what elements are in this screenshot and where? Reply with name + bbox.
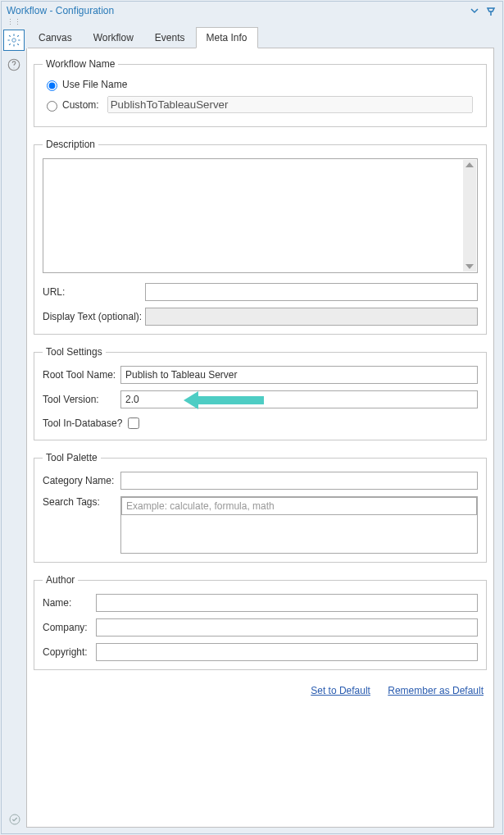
input-search-tags[interactable] — [121, 497, 477, 515]
tab-metainfo[interactable]: Meta Info — [196, 27, 258, 48]
side-toolbar — [2, 26, 26, 79]
legend-workflow-name: Workflow Name — [43, 58, 118, 70]
label-use-file-name: Use File Name — [62, 79, 127, 90]
input-company[interactable] — [96, 618, 478, 637]
input-url[interactable] — [145, 283, 478, 301]
input-custom-name — [107, 96, 473, 113]
status-check-icon — [8, 813, 21, 828]
group-tool-settings: Tool Settings Root Tool Name: Tool Versi… — [34, 346, 487, 440]
label-url: URL: — [43, 286, 145, 298]
label-custom: Custom: — [62, 99, 99, 111]
panel-title: Workflow - Configuration — [7, 5, 465, 16]
input-author-name[interactable] — [96, 594, 478, 612]
pin-icon[interactable] — [484, 4, 497, 17]
input-display-text — [145, 308, 478, 326]
panel-header: Workflow - Configuration — [2, 2, 502, 20]
label-author-name: Name: — [43, 597, 96, 609]
label-category: Category Name: — [43, 475, 120, 486]
legend-author: Author — [43, 574, 78, 586]
group-tool-palette: Tool Palette Category Name: Search Tags: — [34, 452, 487, 563]
config-panel: Workflow - Configuration ⋮⋮ Canvas Workf… — [1, 1, 503, 834]
label-copyright: Copyright: — [43, 646, 96, 658]
input-category[interactable] — [120, 472, 478, 490]
input-copyright[interactable] — [96, 643, 478, 661]
link-remember-default[interactable]: Remember as Default — [388, 685, 484, 696]
label-in-db: Tool In-Database? — [43, 418, 125, 429]
help-icon[interactable] — [3, 54, 25, 75]
tab-events[interactable]: Events — [144, 27, 196, 48]
drag-handle-icon[interactable]: ⋮⋮ — [2, 18, 502, 26]
label-root-tool: Root Tool Name: — [43, 369, 120, 381]
gear-icon[interactable] — [3, 30, 25, 51]
label-tool-version: Tool Version: — [43, 394, 120, 405]
input-root-tool[interactable] — [120, 366, 478, 384]
legend-tool-palette: Tool Palette — [43, 452, 101, 463]
checkbox-in-db[interactable] — [128, 418, 139, 429]
label-display-text: Display Text (optional): — [43, 311, 145, 322]
tab-canvas[interactable]: Canvas — [28, 27, 83, 48]
tab-bar: Canvas Workflow Events Meta Info — [28, 26, 494, 48]
scrollbar[interactable] — [463, 160, 476, 271]
group-description: Description URL: Display Text (optional)… — [34, 139, 487, 335]
collapse-icon[interactable] — [468, 4, 481, 17]
group-workflow-name: Workflow Name Use File Name Custom: — [34, 58, 487, 127]
default-links: Set to Default Remember as Default — [34, 682, 487, 696]
svg-point-0 — [12, 39, 16, 43]
link-set-default[interactable]: Set to Default — [311, 685, 370, 696]
radio-custom[interactable] — [47, 101, 57, 112]
tab-workflow[interactable]: Workflow — [83, 27, 144, 48]
input-search-tags-box[interactable] — [120, 496, 478, 554]
description-textarea[interactable] — [43, 158, 478, 273]
group-author: Author Name: Company: Copyright: — [34, 574, 487, 670]
legend-description: Description — [43, 139, 98, 150]
label-search-tags: Search Tags: — [43, 496, 120, 508]
input-tool-version[interactable] — [120, 390, 478, 408]
label-company: Company: — [43, 622, 96, 633]
radio-use-file-name[interactable] — [47, 80, 57, 91]
tab-content-metainfo: Workflow Name Use File Name Custom: Desc… — [26, 48, 494, 828]
legend-tool-settings: Tool Settings — [43, 346, 106, 358]
